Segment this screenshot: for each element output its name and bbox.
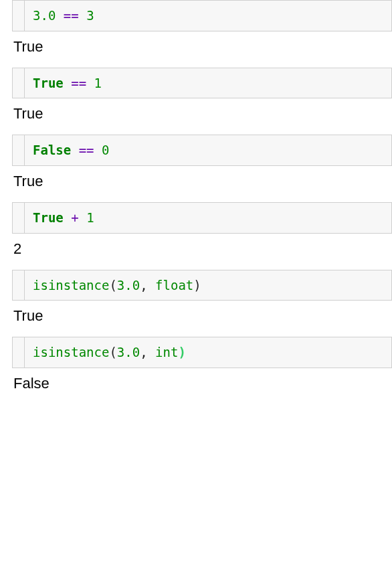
prompt-gutter (13, 135, 25, 165)
code-input-cell[interactable]: False == 0 (12, 135, 392, 166)
code-token: True (33, 210, 64, 225)
code-content[interactable]: True + 1 (25, 203, 391, 233)
code-token (79, 210, 86, 225)
code-token: 3.0 (117, 278, 140, 293)
code-token: True (33, 76, 64, 90)
code-token: ( (109, 345, 116, 359)
code-token: == (79, 143, 94, 157)
code-token: 1 (86, 210, 94, 225)
code-token: isinstance (33, 278, 109, 293)
notebook-cell: 3.0 == 3True (0, 0, 392, 56)
notebook-container: 3.0 == 3TrueTrue == 1TrueFalse == 0TrueT… (0, 0, 392, 392)
cell-output: True (13, 307, 392, 325)
code-content[interactable]: True == 1 (25, 68, 391, 98)
prompt-gutter (13, 203, 25, 233)
code-input-cell[interactable]: True + 1 (12, 202, 392, 234)
code-token: False (33, 143, 71, 157)
code-token (94, 143, 102, 157)
code-token: , (140, 278, 147, 293)
code-token (148, 345, 155, 359)
code-token: int (155, 345, 178, 359)
prompt-gutter (13, 270, 25, 301)
code-token: 3.0 (33, 8, 56, 23)
code-content[interactable]: 3.0 == 3 (25, 1, 391, 31)
code-token: ( (109, 278, 116, 293)
notebook-cell: True + 12 (0, 202, 392, 258)
code-token (86, 76, 94, 90)
cell-output: False (13, 375, 392, 392)
code-token: 0 (102, 143, 109, 157)
prompt-gutter (13, 337, 25, 368)
code-token: ) (178, 345, 185, 359)
code-content[interactable]: isinstance(3.0, int) (25, 337, 391, 368)
notebook-cell: False == 0True (0, 135, 392, 190)
code-token: 3 (86, 8, 94, 23)
code-token: ) (193, 278, 201, 293)
code-input-cell[interactable]: 3.0 == 3 (12, 0, 392, 31)
prompt-gutter (13, 68, 25, 98)
code-token (148, 278, 155, 293)
cell-output: 2 (13, 240, 392, 258)
code-content[interactable]: False == 0 (25, 135, 391, 165)
code-token (79, 8, 86, 23)
notebook-cell: isinstance(3.0, int)False (0, 337, 392, 392)
code-token: isinstance (33, 345, 109, 359)
code-token: == (64, 8, 79, 23)
code-token (64, 76, 71, 90)
code-token: == (71, 76, 86, 90)
code-content[interactable]: isinstance(3.0, float) (25, 270, 391, 301)
code-token: + (71, 210, 78, 225)
code-token (71, 143, 78, 157)
code-token (64, 210, 71, 225)
code-input-cell[interactable]: True == 1 (12, 68, 392, 99)
code-input-cell[interactable]: isinstance(3.0, float) (12, 270, 392, 301)
code-token: float (155, 278, 193, 293)
notebook-cell: isinstance(3.0, float)True (0, 270, 392, 325)
code-input-cell[interactable]: isinstance(3.0, int) (12, 337, 392, 368)
prompt-gutter (13, 1, 25, 31)
code-token: 3.0 (117, 345, 140, 359)
cell-output: True (13, 38, 392, 56)
code-token: , (140, 345, 147, 359)
notebook-cell: True == 1True (0, 68, 392, 123)
cell-output: True (13, 173, 392, 190)
code-token: 1 (94, 76, 102, 90)
code-token (56, 8, 63, 23)
cell-output: True (13, 105, 392, 123)
